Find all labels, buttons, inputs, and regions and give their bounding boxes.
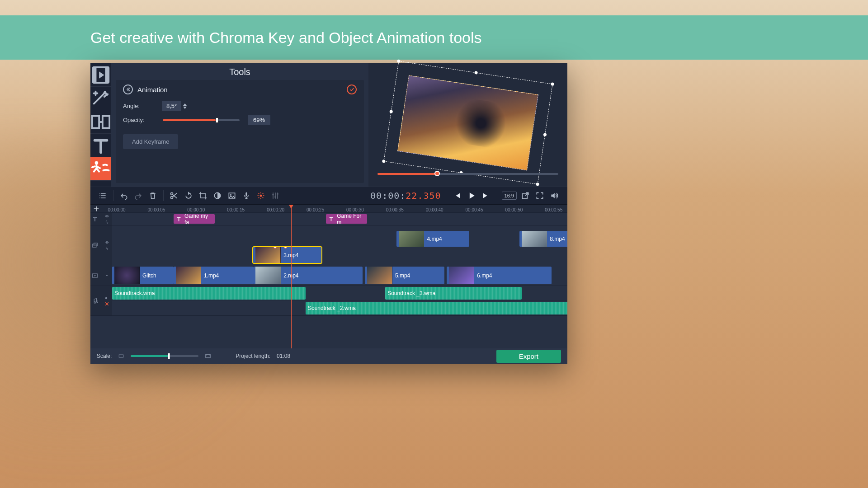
equalizer-button[interactable] <box>269 190 281 202</box>
fullscreen-button[interactable] <box>534 190 546 202</box>
main-video-clip[interactable]: 2.mp4 <box>253 267 363 284</box>
keyframe-marker-icon[interactable] <box>284 247 287 249</box>
voiceover-button[interactable] <box>241 190 252 202</box>
svg-point-21 <box>106 242 108 243</box>
main-video-clip[interactable]: 6.mp4 <box>447 267 552 284</box>
link-toggle-icon[interactable] <box>104 220 109 225</box>
zoom-slider[interactable] <box>131 355 198 357</box>
track-overlay: 3.mp44.mp48.mp4 <box>90 225 567 265</box>
titles-tab-button[interactable] <box>90 134 111 157</box>
project-length-label: Project length: <box>236 353 270 359</box>
back-icon[interactable] <box>123 84 133 94</box>
mute-toggle-icon[interactable] <box>104 296 109 300</box>
prev-frame-button[interactable] <box>451 190 463 202</box>
main-video-clip[interactable]: Glitch <box>112 267 174 284</box>
preview-canvas[interactable] <box>387 75 549 170</box>
transform-handle-icon[interactable] <box>474 71 477 75</box>
svg-rect-4 <box>92 116 99 128</box>
angle-value-input[interactable]: 8,5° <box>162 101 181 111</box>
crop-button[interactable] <box>197 190 209 202</box>
timeline-mode-icon[interactable] <box>97 190 108 202</box>
audio-clip[interactable]: Soundtrack _3.wma <box>385 287 522 300</box>
svg-rect-16 <box>277 193 278 195</box>
play-button[interactable] <box>466 190 477 202</box>
opacity-slider[interactable] <box>163 119 240 121</box>
title-clip[interactable]: Game For m <box>326 214 367 224</box>
timeline-ruler[interactable]: 00:00:0000:00:0500:00:1000:00:1500:00:20… <box>90 205 567 213</box>
animation-tab-button[interactable] <box>90 157 111 181</box>
clip-label: 4.mp4 <box>427 236 442 242</box>
transform-handle-icon[interactable] <box>396 59 400 63</box>
clip-label: 5.mp4 <box>395 272 410 279</box>
add-track-icon[interactable] <box>93 206 99 212</box>
playhead-icon[interactable] <box>291 205 292 348</box>
visibility-toggle-icon[interactable] <box>104 273 109 278</box>
opacity-row: Opacity: 69% <box>123 115 357 125</box>
transform-handle-icon[interactable] <box>536 183 539 186</box>
transitions-tab-button[interactable] <box>90 110 111 134</box>
overlay-video-clip[interactable]: 3.mp4 <box>253 247 321 263</box>
ruler-tick: 00:00:40 <box>426 207 443 212</box>
chroma-key-button[interactable] <box>226 190 238 202</box>
clip-label: 6.mp4 <box>477 272 492 279</box>
visibility-toggle-icon[interactable] <box>104 240 109 245</box>
keyframe-marker-icon[interactable] <box>274 247 277 249</box>
volume-button[interactable] <box>548 190 560 202</box>
zoom-fit-icon[interactable] <box>205 353 211 359</box>
filters-tab-button[interactable] <box>90 87 111 110</box>
clip-label: Soundtrack.wma <box>114 290 155 296</box>
zoom-slider-thumb-icon[interactable] <box>168 353 170 359</box>
delete-button[interactable] <box>147 190 159 202</box>
svg-rect-15 <box>274 197 276 198</box>
angle-row: Angle: 8,5° <box>123 101 357 111</box>
detach-preview-button[interactable] <box>519 190 531 202</box>
title-clip[interactable]: Game my fa <box>174 214 215 224</box>
link-toggle-icon[interactable] <box>104 246 109 251</box>
ruler-tick: 00:00:00 <box>108 207 126 212</box>
next-frame-button[interactable] <box>480 190 492 202</box>
rotate-button[interactable] <box>183 190 194 202</box>
clip-thumbnail <box>114 267 140 284</box>
overlay-track-icon <box>92 242 98 249</box>
ruler-tick: 00:00:05 <box>147 207 165 212</box>
overlay-video-clip[interactable]: 8.mp4 <box>519 231 567 247</box>
color-adjust-button[interactable] <box>212 190 223 202</box>
ruler-tick: 00:00:15 <box>227 207 245 212</box>
undo-button[interactable] <box>118 190 130 202</box>
clip-properties-button[interactable] <box>255 190 267 202</box>
transform-handle-icon[interactable] <box>382 160 385 163</box>
media-tab-button[interactable] <box>90 63 111 87</box>
scrubber-thumb-icon[interactable] <box>434 171 440 176</box>
audio-clip[interactable]: Soundtrack.wma <box>112 287 306 300</box>
angle-label: Angle: <box>123 103 162 109</box>
clip-label: Soundtrack _3.wma <box>387 290 435 296</box>
visibility-toggle-icon[interactable] <box>104 214 109 219</box>
redo-button[interactable] <box>132 190 144 202</box>
clip-thumbnail <box>367 267 392 284</box>
clip-label: Soundtrack _2.wma <box>308 305 356 311</box>
svg-marker-3 <box>99 71 104 78</box>
preview-scrubber[interactable] <box>377 173 558 175</box>
audio-detach-icon[interactable] <box>104 301 109 306</box>
audio-clip[interactable]: Soundtrack _2.wma <box>306 302 567 314</box>
aspect-ratio-button[interactable]: 16:9 <box>502 192 517 200</box>
project-length-value: 01:08 <box>277 353 290 359</box>
angle-step-down-icon[interactable] <box>183 107 187 109</box>
ruler-tick: 00:00:50 <box>505 207 523 212</box>
export-button[interactable]: Export <box>496 350 561 363</box>
add-keyframe-button[interactable]: Add Keyframe <box>123 134 178 149</box>
main-video-clip[interactable]: 5.mp4 <box>365 267 444 284</box>
transform-handle-icon[interactable] <box>551 82 554 86</box>
split-button[interactable] <box>168 190 180 202</box>
ruler-tick: 00:00:55 <box>545 207 562 212</box>
apply-icon[interactable] <box>347 84 357 94</box>
zoom-out-icon[interactable] <box>118 353 124 359</box>
svg-rect-26 <box>206 355 211 358</box>
audio-track-icon <box>92 298 98 304</box>
transform-handle-icon[interactable] <box>543 132 547 136</box>
angle-step-up-icon[interactable] <box>183 103 187 106</box>
overlay-video-clip[interactable]: 4.mp4 <box>396 231 469 247</box>
main-video-clip[interactable]: 1.mp4 <box>174 267 253 284</box>
clip-label: Game my fa <box>184 214 212 224</box>
transform-handle-icon[interactable] <box>389 110 393 113</box>
